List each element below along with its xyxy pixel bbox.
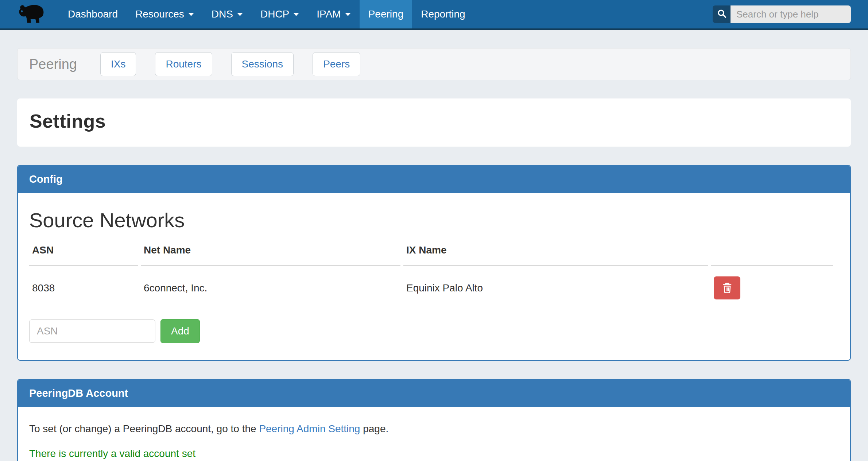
nav-label: DHCP: [260, 8, 289, 20]
top-navbar: Dashboard Resources DNS DHCP IPAM Peerin…: [0, 0, 868, 30]
routers-button[interactable]: Routers: [155, 52, 212, 76]
chevron-down-icon: [345, 13, 351, 16]
column-header-actions: [711, 239, 833, 266]
config-panel-header: Config: [18, 166, 850, 193]
nav-item-ipam[interactable]: IPAM: [308, 0, 359, 28]
instruction-text-before: To set (or change) a PeeringDB account, …: [29, 423, 259, 434]
nav-label: Reporting: [421, 8, 465, 20]
settings-title: Settings: [30, 110, 838, 132]
peeringdb-panel-header: PeeringDB Account: [18, 380, 850, 407]
main-nav: Dashboard Resources DNS DHCP IPAM Peerin…: [59, 0, 474, 28]
search-input[interactable]: [731, 5, 851, 23]
peering-toolbar: Peering IXs Routers Sessions Peers: [17, 48, 851, 80]
nav-item-peering[interactable]: Peering: [360, 0, 412, 28]
cell-ix-name: Equinix Palo Alto: [403, 266, 708, 304]
nav-label: Resources: [135, 8, 184, 20]
search-button[interactable]: [713, 5, 731, 23]
nav-item-dns[interactable]: DNS: [203, 0, 252, 28]
instruction-text-after: page.: [360, 423, 388, 434]
nav-label: IPAM: [317, 8, 341, 20]
cell-actions: [711, 266, 833, 304]
nav-item-reporting[interactable]: Reporting: [412, 0, 474, 28]
peeringdb-instruction: To set (or change) a PeeringDB account, …: [29, 423, 839, 435]
page-title: Peering: [29, 57, 77, 72]
trash-icon: [721, 281, 734, 295]
cell-asn: 8038: [29, 266, 138, 304]
column-header-net-name: Net Name: [141, 239, 400, 266]
asn-input[interactable]: [29, 319, 155, 343]
nav-item-dashboard[interactable]: Dashboard: [59, 0, 127, 28]
source-networks-table: ASN Net Name IX Name 8038 6connect, Inc.…: [26, 239, 836, 304]
settings-card: Settings: [17, 98, 851, 147]
nav-label: DNS: [212, 8, 233, 20]
panda-logo-icon: [17, 3, 47, 26]
delete-source-network-button[interactable]: [714, 276, 740, 299]
ixs-button[interactable]: IXs: [100, 52, 136, 76]
table-header-row: ASN Net Name IX Name: [29, 239, 833, 266]
cell-net-name: 6connect, Inc.: [141, 266, 400, 304]
config-panel: Config Source Networks ASN Net Name IX N…: [17, 165, 851, 361]
sessions-button[interactable]: Sessions: [231, 52, 294, 76]
column-header-asn: ASN: [29, 239, 138, 266]
chevron-down-icon: [293, 13, 299, 16]
peeringdb-panel: PeeringDB Account To set (or change) a P…: [17, 379, 851, 461]
nav-label: Dashboard: [68, 8, 118, 20]
nav-label: Peering: [368, 8, 404, 20]
chevron-down-icon: [237, 13, 243, 16]
app-logo[interactable]: [17, 0, 47, 28]
peers-button[interactable]: Peers: [313, 52, 360, 76]
page-content: Peering IXs Routers Sessions Peers Setti…: [17, 48, 851, 461]
peeringdb-panel-body: To set (or change) a PeeringDB account, …: [18, 407, 850, 461]
search-icon: [716, 8, 727, 20]
nav-item-resources[interactable]: Resources: [127, 0, 203, 28]
account-status-text: There is currently a valid account set: [29, 448, 839, 460]
chevron-down-icon: [188, 13, 194, 16]
global-search: [713, 5, 851, 23]
add-source-network-form: Add: [29, 319, 839, 343]
column-header-ix-name: IX Name: [403, 239, 708, 266]
nav-item-dhcp[interactable]: DHCP: [252, 0, 308, 28]
table-row: 8038 6connect, Inc. Equinix Palo Alto: [29, 266, 833, 304]
peering-admin-setting-link[interactable]: Peering Admin Setting: [259, 423, 360, 434]
add-button[interactable]: Add: [160, 319, 200, 343]
config-panel-body: Source Networks ASN Net Name IX Name 803…: [18, 193, 850, 360]
source-networks-heading: Source Networks: [29, 208, 839, 232]
